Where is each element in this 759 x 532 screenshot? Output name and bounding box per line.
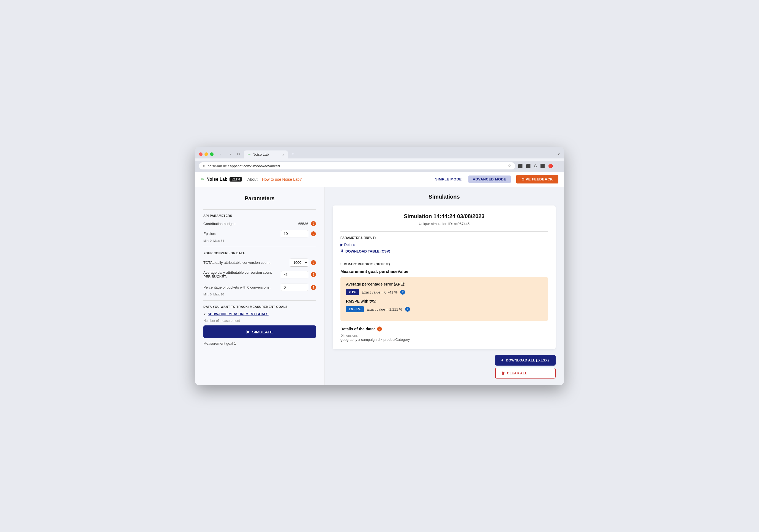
divider-2 [203, 247, 316, 247]
pct-buckets-input[interactable] [281, 284, 308, 291]
download-all-icon: ⬇ [500, 358, 503, 362]
expand-tabs-icon[interactable]: ∨ [558, 152, 560, 156]
header-links: About How to use Noise Lab? [247, 177, 301, 181]
tab-favicon-icon: ✏ [248, 153, 251, 157]
total-daily-select[interactable]: 1000 500 2000 [290, 259, 308, 267]
contribution-budget-row: Contribution budget: 65536 ? [203, 221, 316, 226]
epsilon-hint: Min: 0, Max: 64 [203, 239, 316, 242]
avg-daily-top: Average daily attributable conversion co… [203, 270, 316, 279]
back-button[interactable]: ← [218, 151, 224, 157]
pct-buckets-help-icon[interactable]: ? [311, 285, 316, 290]
forward-button[interactable]: → [227, 151, 233, 157]
details-data-help-icon[interactable]: ? [377, 326, 382, 331]
version-badge: v2.7.0 [229, 177, 242, 181]
number-measurement-label: Number of measurement [203, 319, 316, 323]
download-all-label: DOWNLOAD ALL (.XLSX) [506, 358, 549, 362]
download-csv-link[interactable]: ⬇ DOWNLOAD TABLE (CSV) [340, 249, 548, 253]
details-data-label: Details of the data: [340, 327, 375, 331]
show-hide-row: ▼ SHOW/HIDE MEASUREMENT GOALS [203, 312, 316, 316]
browser-actions: ⬛ ⬛ G ⬛ 🔴 ⋮ [518, 164, 560, 168]
params-input-label: PARAMETERS (INPUT) [340, 236, 548, 239]
profile-icon[interactable]: 🔴 [548, 164, 553, 168]
url-text: noise-lab.uc.r.appspot.com/?mode=advance… [208, 164, 505, 168]
app-body: Parameters API PARAMETERS Contribution b… [195, 187, 564, 385]
ape-help-icon[interactable]: ? [400, 290, 405, 295]
pct-buckets-label: Percentage of buckets with 0 conversions… [203, 285, 278, 289]
address-bar[interactable]: ⊕ noise-lab.uc.r.appspot.com/?mode=advan… [199, 162, 515, 170]
site-security-icon: ⊕ [203, 164, 205, 168]
active-tab[interactable]: ✏ Noise Lab × [244, 150, 288, 159]
rmspe-exact-value: Exact value = 1.111 % [367, 307, 402, 311]
extension2-icon[interactable]: ⬛ [526, 164, 531, 168]
total-daily-help-icon[interactable]: ? [311, 260, 316, 265]
ape-badge: < 1% [346, 289, 359, 295]
close-window-button[interactable] [199, 152, 203, 156]
ape-label: Average percentage error (APE): [346, 282, 542, 286]
mode-buttons: SIMPLE MODE ADVANCED MODE [431, 175, 510, 183]
browser-window: ← → ↺ ✏ Noise Lab × + ∨ ⊕ noise-lab.uc.r… [195, 147, 564, 385]
rmspe-help-icon[interactable]: ? [405, 307, 410, 312]
details-link[interactable]: ▶ Details [340, 243, 355, 247]
avg-daily-input[interactable] [281, 271, 308, 278]
maximize-window-button[interactable] [210, 152, 214, 156]
details-row: ▶ Details [340, 243, 548, 247]
app-name: Noise Lab [206, 177, 227, 182]
tab-close-icon[interactable]: × [282, 153, 284, 156]
address-bar-row: ⊕ noise-lab.uc.r.appspot.com/?mode=advan… [195, 161, 564, 171]
avg-daily-label: Average daily attributable conversion co… [203, 270, 278, 279]
contribution-budget-value: 65536 [298, 222, 308, 226]
epsilon-help-icon[interactable]: ? [311, 231, 316, 236]
epsilon-input[interactable] [281, 230, 308, 237]
download-all-button[interactable]: ⬇ DOWNLOAD ALL (.XLSX) [495, 355, 556, 365]
about-link[interactable]: About [247, 177, 258, 181]
rmspe-value-row: 1% - 5% Exact value = 1.111 % ? [346, 306, 542, 312]
contribution-budget-help-icon[interactable]: ? [311, 221, 316, 226]
refresh-button[interactable]: ↺ [236, 151, 242, 157]
details-data-row: Details of the data: ? [340, 326, 548, 331]
give-feedback-button[interactable]: GIVE FEEDBACK [516, 175, 558, 183]
measurement-goal-1-label: Measurement goal 1 [203, 341, 316, 346]
pct-buckets-row: Percentage of buckets with 0 conversions… [203, 284, 316, 296]
new-tab-button[interactable]: + [289, 150, 297, 159]
triangle-icon: ▼ [203, 313, 206, 316]
conversion-section-label: YOUR CONVERSION DATA [203, 251, 316, 255]
bookmark-icon[interactable]: ☆ [508, 164, 511, 168]
advanced-mode-button[interactable]: ADVANCED MODE [468, 175, 511, 183]
summary-label: SUMMARY REPORTS (OUTPUT) [340, 262, 548, 266]
total-daily-label: TOTAL daily attributable conversion coun… [203, 260, 287, 265]
epsilon-top: Epsilon: ? [203, 230, 316, 237]
pencil-icon: ✏ [201, 176, 204, 182]
epsilon-label: Epsilon: [203, 232, 278, 236]
app-logo: ✏ Noise Lab v2.7.0 [201, 176, 242, 182]
how-to-link[interactable]: How to use Noise Lab? [262, 177, 302, 181]
clear-all-button[interactable]: 🗑 CLEAR ALL [495, 368, 556, 378]
simple-mode-button[interactable]: SIMPLE MODE [431, 175, 466, 183]
ape-exact-value: Exact value = 0.741 % [362, 290, 398, 294]
ape-box: Average percentage error (APE): < 1% Exa… [340, 277, 548, 321]
pct-buckets-hint: Min: 0, Max: 10 [203, 293, 316, 296]
extension4-icon[interactable]: ⬛ [540, 164, 545, 168]
show-hide-link[interactable]: SHOW/HIDE MEASUREMENT GOALS [208, 312, 269, 316]
simulate-label: SIMULATE [252, 329, 273, 334]
google-icon[interactable]: G [534, 164, 537, 168]
minimize-window-button[interactable] [205, 152, 208, 156]
clear-all-icon: 🗑 [501, 371, 505, 375]
simulation-id: Unique simulation ID: bc067445 [340, 222, 548, 226]
browser-controls: ← → ↺ ✏ Noise Lab × + ∨ [199, 150, 560, 159]
simulate-button[interactable]: ▶ SIMULATE [203, 325, 316, 338]
rmspe-badge: 1% - 5% [346, 306, 364, 312]
tabs-bar: ✏ Noise Lab × + [244, 150, 297, 159]
api-section-label: API PARAMETERS [203, 214, 316, 217]
browser-chrome: ← → ↺ ✏ Noise Lab × + ∨ [195, 147, 564, 159]
browser-nav: ← → ↺ [218, 151, 242, 157]
simulation-card: Simulation 14:44:24 03/08/2023 Unique si… [333, 206, 556, 349]
ape-value-row: < 1% Exact value = 0.741 % ? [346, 289, 542, 295]
avg-daily-help-icon[interactable]: ? [311, 272, 316, 277]
avg-daily-row: Average daily attributable conversion co… [203, 270, 316, 280]
app-header: ✏ Noise Lab v2.7.0 About How to use Nois… [195, 171, 564, 187]
extensions-icon[interactable]: ⬛ [518, 164, 523, 168]
epsilon-row: Epsilon: ? Min: 0, Max: 64 [203, 230, 316, 242]
more-options-icon[interactable]: ⋮ [556, 164, 560, 168]
summary-section: Measurement goal: purchaseValue Average … [340, 269, 548, 342]
divider-3 [203, 300, 316, 301]
